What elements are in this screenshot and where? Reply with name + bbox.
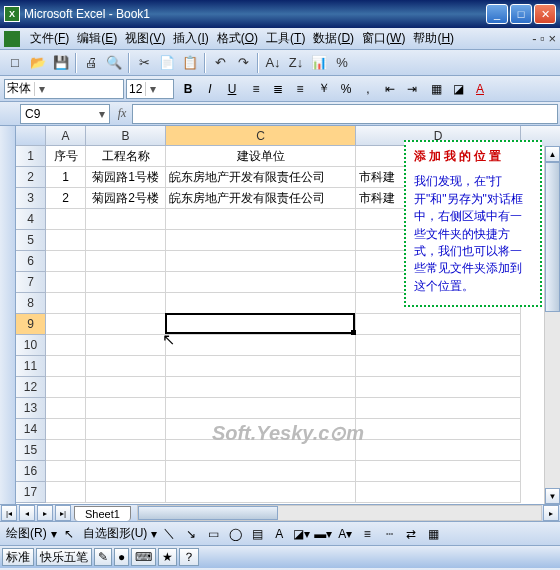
cell[interactable]: 皖东房地产开发有限责任公司 [166,188,356,209]
cell[interactable] [166,461,356,482]
chevron-down-icon[interactable]: ▾ [99,107,105,121]
line-style-icon[interactable]: ≡ [357,524,377,544]
cell[interactable]: 序号 [46,146,86,167]
cell[interactable] [166,440,356,461]
row-header[interactable]: 4 [16,209,46,230]
row-header[interactable]: 11 [16,356,46,377]
menu-item-1[interactable]: 编辑(E) [73,28,121,49]
cell[interactable] [166,230,356,251]
line-icon[interactable]: ＼ [159,524,179,544]
row-header[interactable]: 15 [16,440,46,461]
sheet-tab[interactable]: Sheet1 [74,506,131,521]
align-right-icon[interactable]: ≡ [290,79,310,99]
column-header[interactable]: A [46,126,86,146]
column-header[interactable]: B [86,126,166,146]
fill-icon[interactable]: ◪ [448,79,468,99]
align-left-icon[interactable]: ≡ [246,79,266,99]
cut-icon[interactable]: ✂ [133,52,155,74]
ime-name[interactable]: 快乐五笔 [36,548,92,566]
cell[interactable] [86,251,166,272]
wordart-icon[interactable]: A [269,524,289,544]
sort-desc-icon[interactable]: Z↓ [285,52,307,74]
new-icon[interactable]: □ [4,52,26,74]
font-color2-icon[interactable]: A▾ [335,524,355,544]
tab-nav-prev-icon[interactable]: ◂ [19,505,35,521]
cell[interactable] [86,377,166,398]
cell[interactable] [166,251,356,272]
row-header[interactable]: 9 [16,314,46,335]
currency-icon[interactable]: ￥ [314,79,334,99]
name-box[interactable]: C9 ▾ [20,104,110,124]
tab-nav-first-icon[interactable]: |◂ [1,505,17,521]
hscroll-right-icon[interactable]: ▸ [543,505,559,521]
menu-item-6[interactable]: 数据(D) [309,28,358,49]
horizontal-scrollbar[interactable] [137,505,542,521]
font-size-combo[interactable]: 12▾ [126,79,174,99]
dash-style-icon[interactable]: ┄ [379,524,399,544]
cell[interactable] [356,419,521,440]
row-header[interactable]: 12 [16,377,46,398]
menu-item-8[interactable]: 帮助(H) [409,28,458,49]
cell[interactable]: 皖东房地产开发有限责任公司 [166,167,356,188]
ime-btn3[interactable]: ⌨ [131,548,156,566]
arrow-icon[interactable]: ↘ [181,524,201,544]
italic-icon[interactable]: I [200,79,220,99]
cell[interactable] [166,419,356,440]
row-header[interactable]: 6 [16,251,46,272]
cell[interactable]: 1 [46,167,86,188]
save-icon[interactable]: 💾 [50,52,72,74]
font-color-icon[interactable]: A [470,79,490,99]
percent-icon[interactable]: % [331,52,353,74]
cell[interactable] [46,230,86,251]
textbox-icon[interactable]: ▤ [247,524,267,544]
cell[interactable] [166,377,356,398]
preview-icon[interactable]: 🔍 [103,52,125,74]
cell[interactable] [356,314,521,335]
cell[interactable] [166,482,356,503]
cell[interactable] [356,461,521,482]
autoshapes-menu[interactable]: 自选图形(U) [81,525,150,542]
redo-icon[interactable]: ↷ [232,52,254,74]
undo-icon[interactable]: ↶ [209,52,231,74]
cell[interactable] [46,356,86,377]
menu-item-4[interactable]: 格式(O) [213,28,262,49]
scroll-up-icon[interactable]: ▲ [545,146,560,162]
cell[interactable] [166,314,356,335]
cell[interactable] [356,356,521,377]
copy-icon[interactable]: 📄 [156,52,178,74]
sort-asc-icon[interactable]: A↓ [262,52,284,74]
cell[interactable]: 菊园路1号楼 [86,167,166,188]
pointer-icon[interactable]: ↖ [59,524,79,544]
indent-dec-icon[interactable]: ⇤ [380,79,400,99]
row-header[interactable]: 2 [16,167,46,188]
cell[interactable] [86,356,166,377]
row-header[interactable]: 7 [16,272,46,293]
cell[interactable] [86,293,166,314]
font-name-combo[interactable]: 宋体▾ [4,79,124,99]
chart-icon[interactable]: 📊 [308,52,330,74]
cell[interactable] [86,398,166,419]
cell[interactable] [166,272,356,293]
hscroll-thumb[interactable] [138,506,278,520]
indent-inc-icon[interactable]: ⇥ [402,79,422,99]
cell[interactable] [46,272,86,293]
menu-item-2[interactable]: 视图(V) [121,28,169,49]
cell[interactable]: 2 [46,188,86,209]
cell[interactable] [166,293,356,314]
cell[interactable] [166,356,356,377]
rect-icon[interactable]: ▭ [203,524,223,544]
cell[interactable] [46,377,86,398]
cell[interactable] [166,209,356,230]
menu-item-3[interactable]: 插入(I) [169,28,212,49]
row-header[interactable]: 3 [16,188,46,209]
ime-btn2[interactable]: ● [114,548,129,566]
select-all-corner[interactable] [16,126,46,146]
cell[interactable] [86,272,166,293]
minimize-button[interactable]: _ [486,4,508,24]
cell[interactable] [356,398,521,419]
menu-item-7[interactable]: 窗口(W) [358,28,409,49]
row-header[interactable]: 13 [16,398,46,419]
arrow-style-icon[interactable]: ⇄ [401,524,421,544]
line-color-icon[interactable]: ▬▾ [313,524,333,544]
scroll-thumb[interactable] [545,162,560,312]
